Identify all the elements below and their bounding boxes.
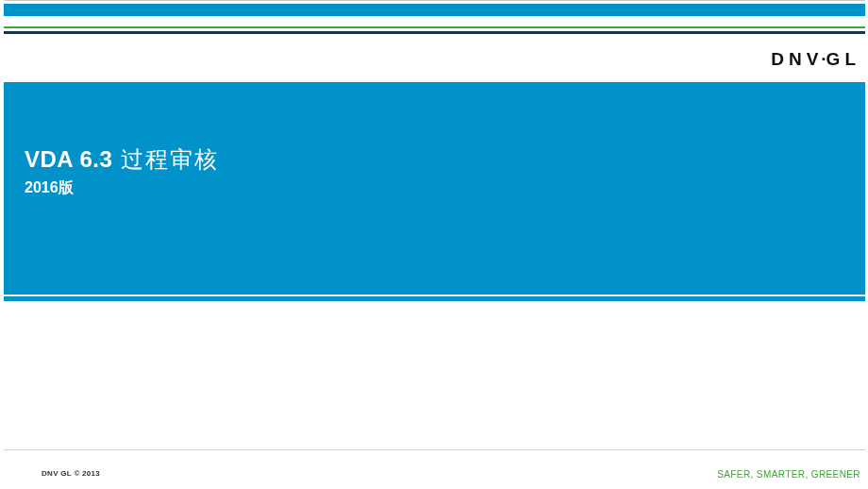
footer-divider	[4, 449, 865, 450]
footer-tagline: SAFER, SMARTER, GREENER	[717, 469, 860, 480]
brand-logo: DNV·GL	[771, 49, 860, 70]
hero-banner: VDA 6.3 过程审核 2016版	[4, 82, 865, 295]
footer-copyright: DNV GL © 2013	[42, 469, 100, 478]
logo-text-1: DNV	[771, 49, 823, 69]
top-cyan-bar	[4, 4, 865, 16]
top-green-line	[4, 26, 865, 28]
hero-title-rest: 过程审核	[112, 146, 219, 172]
top-navy-line	[4, 31, 865, 34]
mid-cyan-bar	[4, 296, 865, 301]
hero-title: VDA 6.3 过程审核	[25, 144, 219, 175]
logo-text-2: GL	[826, 49, 860, 69]
top-hairline	[4, 0, 865, 1]
hero-subtitle: 2016版	[25, 178, 74, 198]
hero-title-strong: VDA 6.3	[25, 146, 112, 172]
